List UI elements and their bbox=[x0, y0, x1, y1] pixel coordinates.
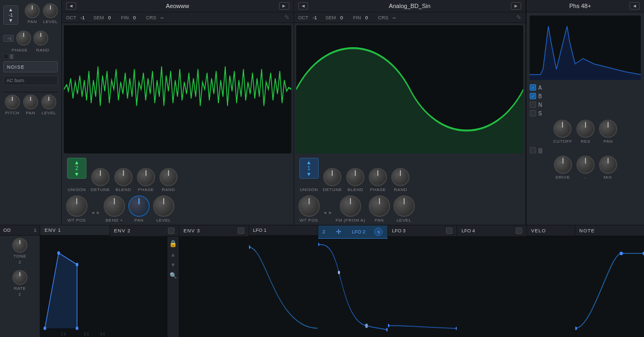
blend1-knob[interactable] bbox=[114, 168, 133, 186]
filter-pan-knob[interactable] bbox=[599, 120, 617, 138]
osc1-prev-btn[interactable]: ◄ bbox=[66, 2, 76, 10]
bend-left1[interactable]: ◄ bbox=[91, 210, 95, 215]
arrow-right-btn[interactable]: →| bbox=[3, 35, 14, 42]
bend-right2[interactable]: ► bbox=[328, 210, 332, 215]
note-display bbox=[575, 236, 645, 337]
bend-plus1-knob[interactable] bbox=[104, 195, 125, 217]
svg-rect-13 bbox=[249, 236, 318, 337]
note-tab[interactable]: NOTE bbox=[575, 225, 645, 236]
left-knob1[interactable] bbox=[16, 31, 31, 46]
zoom-tool[interactable]: 🔍 bbox=[170, 272, 177, 279]
rand2-knob[interactable] bbox=[391, 168, 409, 186]
osc1-top-knobs: ▲ 2 ▼ UNISON DETUNE BLEND bbox=[65, 158, 290, 192]
filter-minus-label: - bbox=[584, 175, 586, 180]
wt-pos1-container: WT POS bbox=[66, 195, 87, 223]
osc2-next-btn[interactable]: ► bbox=[511, 2, 521, 10]
unison2-label: UNISON bbox=[299, 187, 318, 192]
preset-label: AC burn bbox=[6, 78, 24, 83]
svg-point-4 bbox=[43, 327, 46, 330]
unison1-spinner[interactable]: ▲ 2 ▼ bbox=[67, 158, 86, 179]
octave-row: ▲ -1 ▼ PAN LEVEL bbox=[3, 3, 58, 26]
osc2-prev-btn[interactable]: ◄ bbox=[298, 2, 309, 10]
tone-row: TONE 2 bbox=[2, 238, 38, 265]
phase1-knob[interactable] bbox=[137, 168, 155, 186]
crs-val2: -- bbox=[393, 15, 401, 20]
crs-val1: -- bbox=[160, 15, 169, 20]
pitch-knob[interactable] bbox=[5, 94, 20, 109]
bend-left2[interactable]: ◄ bbox=[323, 210, 327, 215]
lock-icon: 🔒 bbox=[169, 240, 177, 247]
down-tool[interactable]: ▼ bbox=[171, 262, 176, 268]
level2-knob[interactable] bbox=[393, 195, 415, 217]
env1-tab[interactable]: ENV 1 bbox=[40, 225, 109, 236]
level-knob2[interactable] bbox=[41, 94, 56, 109]
velo-tab[interactable]: VELO bbox=[527, 225, 575, 236]
unison2-spinner[interactable]: ▲ 1 ▼ bbox=[299, 158, 319, 179]
cutoff-knob[interactable] bbox=[553, 120, 572, 138]
note-panel: NOTE bbox=[575, 225, 645, 337]
lfo3-tab[interactable]: LFO 3 bbox=[388, 225, 457, 237]
bottom-left-panel: OD 1 TONE 2 RATE 2 bbox=[0, 225, 40, 337]
filter-bottom-knobs: DRIVE - MIX bbox=[530, 156, 641, 180]
osc1-wave-svg bbox=[64, 25, 291, 153]
blend2-knob[interactable] bbox=[346, 168, 364, 186]
pan1-knob[interactable] bbox=[128, 195, 150, 217]
lfo1-tab[interactable]: LFO 1 bbox=[249, 225, 318, 236]
filter-b-checkbox[interactable]: ✓ bbox=[530, 93, 536, 99]
svg-point-5 bbox=[57, 251, 60, 254]
lfo2-tab[interactable]: 2 ✛ LFO 2 9 bbox=[318, 225, 387, 239]
wt-pos2-knob[interactable] bbox=[298, 195, 320, 217]
env2-indicator bbox=[168, 228, 174, 234]
crs-label2: CRS bbox=[378, 15, 389, 20]
mod-tab: OD 1 bbox=[0, 225, 40, 236]
osc3-prev-btn[interactable]: ◄ bbox=[630, 2, 640, 10]
octave-spinner[interactable]: ▲ -1 ▼ bbox=[3, 5, 18, 25]
filter-pan-label: PAN bbox=[603, 139, 612, 144]
detune2-knob[interactable] bbox=[323, 168, 341, 186]
level2-container: LEVEL bbox=[393, 195, 415, 223]
env2-tab[interactable]: ENV 2 bbox=[110, 225, 179, 237]
bend-right1[interactable]: ► bbox=[96, 210, 100, 215]
fm-a2-knob[interactable] bbox=[340, 195, 361, 217]
env1-svg: 1 s 2 s 3 s bbox=[40, 236, 109, 337]
rand1-knob[interactable] bbox=[159, 168, 178, 186]
drive-knob[interactable] bbox=[554, 156, 572, 174]
pan2-knob[interactable] bbox=[369, 195, 390, 217]
edit-icon1[interactable]: ✎ bbox=[284, 14, 289, 21]
env3-tab[interactable]: ENV 3 bbox=[179, 225, 248, 237]
pan-knob2[interactable] bbox=[23, 94, 38, 109]
wt-pos1-knob[interactable] bbox=[66, 195, 87, 217]
phase2-knob[interactable] bbox=[369, 168, 387, 186]
filter-n-checkbox[interactable] bbox=[530, 101, 536, 108]
level-label2: LEVEL bbox=[41, 111, 56, 115]
filter-minus-knob[interactable] bbox=[576, 156, 595, 174]
env2-label: ENV 2 bbox=[114, 228, 131, 233]
mix-knob[interactable] bbox=[599, 156, 617, 174]
mix-container: MIX bbox=[599, 156, 617, 180]
rand1-container: RAND bbox=[159, 168, 178, 192]
res-label: RES bbox=[581, 139, 590, 144]
filter-a-checkbox[interactable]: ✓ bbox=[530, 84, 536, 91]
up-tool[interactable]: ▲ bbox=[171, 252, 176, 258]
bars-checkbox[interactable] bbox=[530, 147, 536, 153]
lfo4-tab[interactable]: LFO 4 bbox=[457, 225, 526, 237]
pan-knob[interactable] bbox=[25, 3, 40, 18]
level1-knob[interactable] bbox=[153, 195, 174, 217]
edit-icon2[interactable]: ✎ bbox=[516, 14, 521, 21]
left-knob2[interactable] bbox=[33, 31, 48, 46]
rate-knob[interactable] bbox=[12, 270, 27, 285]
svg-point-6 bbox=[76, 263, 78, 266]
level-knob[interactable] bbox=[43, 3, 58, 18]
osc1-panel: ◄ Aeowww ► OCT -1 SEM 0 FIN 0 CRS -- ✎ bbox=[62, 0, 294, 225]
lfo2-label: LFO 2 bbox=[352, 229, 365, 235]
detune1-knob[interactable] bbox=[91, 168, 109, 186]
tone-val: 2 bbox=[19, 260, 21, 265]
res-knob[interactable] bbox=[576, 120, 595, 138]
tone-knob[interactable] bbox=[12, 238, 27, 253]
osc1-next-btn[interactable]: ► bbox=[279, 2, 289, 10]
level1-container: LEVEL bbox=[153, 195, 174, 223]
filter-s-checkbox[interactable] bbox=[530, 110, 536, 116]
filter-a-label: A bbox=[538, 85, 542, 91]
lfo1-panel: LFO 1 bbox=[249, 225, 319, 337]
bend-plus1-container: BEND + bbox=[104, 195, 125, 223]
